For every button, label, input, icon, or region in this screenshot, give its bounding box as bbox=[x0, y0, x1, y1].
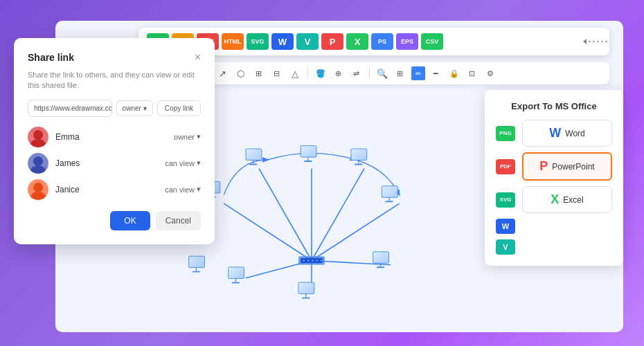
avatar-james bbox=[28, 153, 48, 174]
diagram-area bbox=[180, 111, 443, 318]
user-row-emma: Emma owner ▾ bbox=[28, 127, 201, 147]
svg-point-13 bbox=[316, 260, 318, 262]
export-excel-option[interactable]: X Excel bbox=[522, 186, 612, 213]
format-excel[interactable]: X bbox=[346, 33, 368, 50]
arrow-tool[interactable]: ↗ bbox=[216, 66, 230, 80]
chevron-down-icon: ▾ bbox=[197, 185, 201, 194]
format-csv[interactable]: CSV bbox=[421, 33, 443, 50]
svg-marker-43 bbox=[583, 39, 587, 44]
format-word[interactable]: W bbox=[271, 33, 294, 50]
svg-rect-25 bbox=[358, 160, 359, 163]
share-dialog: Share link × Share the link to others, a… bbox=[14, 38, 215, 244]
svg-rect-30 bbox=[373, 252, 389, 263]
connect-tool[interactable]: ⊕ bbox=[332, 66, 346, 80]
lock-tool[interactable]: 🔒 bbox=[447, 66, 461, 80]
close-button[interactable]: × bbox=[195, 52, 201, 63]
svg-point-11 bbox=[307, 260, 310, 262]
svg-point-14 bbox=[321, 260, 323, 262]
user-name-janice: Janice bbox=[55, 185, 158, 194]
avatar-emma bbox=[28, 127, 48, 147]
svg-rect-27 bbox=[382, 186, 397, 197]
user-row-james: James can view ▾ bbox=[28, 153, 201, 174]
ok-button[interactable]: OK bbox=[110, 211, 150, 230]
cancel-button[interactable]: Cancel bbox=[156, 211, 201, 230]
export-word-small-icon: W bbox=[496, 219, 515, 234]
link-row: https://www.edrawmax.com/online/fil... o… bbox=[28, 100, 201, 117]
svg-rect-34 bbox=[305, 294, 306, 298]
export-png-icon: PNG bbox=[496, 126, 515, 141]
toolbar-divider-2 bbox=[307, 68, 308, 79]
svg-point-47 bbox=[30, 165, 46, 174]
export-row-excel: SVG X Excel bbox=[496, 186, 612, 213]
user-list: Emma owner ▾ James can view ▾ Janice bbox=[28, 127, 201, 200]
svg-line-0 bbox=[224, 203, 312, 260]
format-svg[interactable]: SVG bbox=[247, 33, 269, 50]
pencil-tool[interactable]: ✏ bbox=[411, 66, 425, 80]
user-name-emma: Emma bbox=[55, 132, 167, 142]
svg-rect-26 bbox=[355, 164, 362, 165]
powerpoint-label: PowerPoint bbox=[552, 162, 594, 172]
crop-tool[interactable]: ⊡ bbox=[465, 66, 479, 80]
toolbar-divider-3 bbox=[369, 68, 370, 79]
format-visio[interactable]: V bbox=[296, 33, 319, 50]
svg-rect-38 bbox=[232, 282, 240, 284]
flow-tool[interactable]: ⇌ bbox=[350, 66, 364, 80]
user-role-emma[interactable]: owner ▾ bbox=[174, 132, 201, 141]
svg-rect-36 bbox=[229, 267, 244, 278]
export-powerpoint-option[interactable]: P PowerPoint bbox=[522, 152, 612, 181]
svg-rect-39 bbox=[189, 256, 205, 267]
svg-rect-29 bbox=[385, 201, 393, 202]
format-eps[interactable]: EPS bbox=[396, 33, 418, 50]
avatar-janice bbox=[28, 179, 48, 200]
link-input[interactable]: https://www.edrawmax.com/online/fil... bbox=[28, 100, 112, 117]
svg-rect-21 bbox=[301, 146, 316, 157]
export-row-extra: W bbox=[496, 219, 612, 234]
more-tool[interactable]: ⚙ bbox=[483, 66, 497, 80]
format-powerpoint[interactable]: P bbox=[321, 33, 343, 50]
export-row-powerpoint: PDF P PowerPoint bbox=[496, 152, 612, 181]
user-role-james[interactable]: can view ▾ bbox=[165, 158, 201, 167]
chevron-down-icon: ▾ bbox=[197, 132, 201, 141]
svg-rect-20 bbox=[249, 164, 257, 165]
export-row-extra2: V bbox=[496, 239, 612, 255]
svg-line-3 bbox=[312, 169, 364, 261]
user-role-janice[interactable]: can view ▾ bbox=[165, 185, 201, 194]
role-label: owner bbox=[123, 104, 141, 112]
dialog-actions: OK Cancel bbox=[28, 211, 201, 230]
image-tool[interactable]: ⊞ bbox=[393, 66, 407, 80]
format-ps[interactable]: PS bbox=[371, 33, 393, 50]
svg-line-1 bbox=[259, 169, 312, 261]
export-svg-icon: SVG bbox=[496, 192, 515, 208]
zoom-tool[interactable]: 🔍 bbox=[375, 66, 389, 80]
svg-rect-37 bbox=[235, 278, 236, 282]
svg-point-45 bbox=[30, 139, 46, 147]
svg-rect-18 bbox=[246, 149, 262, 160]
export-options-list: PNG W Word PDF P PowerPoint SVG X Excel … bbox=[496, 120, 612, 255]
resize-tool[interactable]: ⊟ bbox=[270, 66, 284, 80]
fill-tool[interactable]: 🪣 bbox=[314, 66, 328, 80]
svg-rect-33 bbox=[298, 282, 314, 293]
export-pdf-icon: PDF bbox=[496, 159, 515, 174]
svg-rect-23 bbox=[304, 161, 312, 162]
role-selector[interactable]: owner ▾ bbox=[116, 100, 153, 116]
svg-rect-24 bbox=[351, 149, 367, 160]
dialog-title: Share link bbox=[28, 52, 74, 63]
export-panel: Export To MS Office PNG W Word PDF P Pow… bbox=[485, 90, 623, 266]
excel-label: Excel bbox=[563, 195, 583, 205]
shape-tool[interactable]: ⬡ bbox=[234, 66, 248, 80]
export-row-word: PNG W Word bbox=[496, 120, 612, 147]
table-tool[interactable]: ⊞ bbox=[252, 66, 266, 80]
svg-rect-28 bbox=[388, 197, 389, 201]
triangle-tool[interactable]: △ bbox=[288, 66, 302, 80]
dialog-header: Share link × bbox=[28, 52, 201, 63]
copy-link-button[interactable]: Copy link bbox=[157, 100, 201, 116]
format-html[interactable]: HTML bbox=[222, 33, 244, 50]
svg-point-12 bbox=[312, 260, 314, 262]
line-tool[interactable]: ━ bbox=[429, 66, 443, 80]
export-word-option[interactable]: W Word bbox=[522, 120, 612, 147]
svg-rect-19 bbox=[253, 160, 253, 163]
svg-rect-31 bbox=[380, 263, 381, 266]
word-label: Word bbox=[565, 129, 584, 138]
svg-point-46 bbox=[33, 156, 43, 166]
svg-point-10 bbox=[303, 260, 305, 262]
